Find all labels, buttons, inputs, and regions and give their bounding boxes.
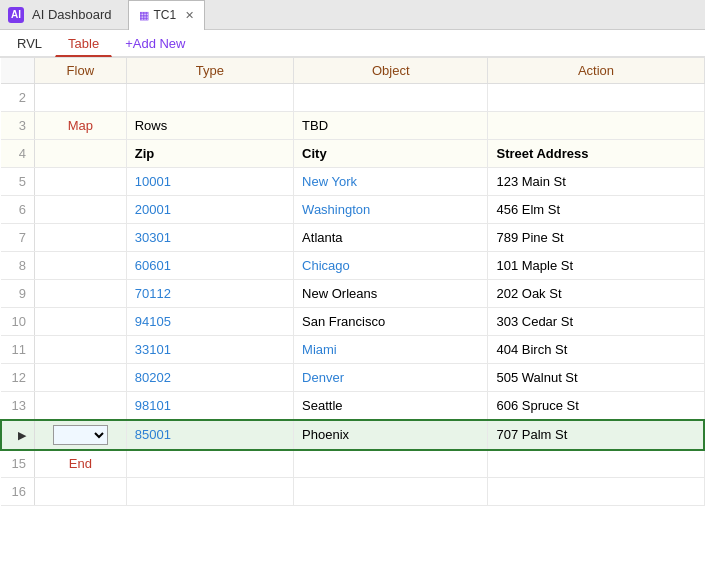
cell-object: City [294,140,488,168]
cell-action [488,478,704,506]
table-row: 3MapRowsTBD [1,112,704,140]
table-row: 730301Atlanta789 Pine St [1,224,704,252]
main-content: Flow Type Object Action 23MapRowsTBD4Zip… [0,58,705,570]
cell-type: 80202 [126,364,293,392]
row-number: 12 [1,364,34,392]
cell-flow [34,84,126,112]
cell-type [126,478,293,506]
row-number: 4 [1,140,34,168]
cell-type: Rows [126,112,293,140]
flow-dropdown[interactable] [53,425,108,445]
tab-table[interactable]: Table [55,29,112,57]
row-number: 6 [1,196,34,224]
col-header-flow: Flow [34,58,126,84]
table-row: 1280202Denver505 Walnut St [1,364,704,392]
cell-object: Phoenix [294,420,488,450]
table-row: 1133101Miami404 Birch St [1,336,704,364]
row-number: 13 [1,392,34,420]
row-number: 8 [1,252,34,280]
cell-action: Street Address [488,140,704,168]
app-icon: AI [8,7,24,23]
cell-object: Miami [294,336,488,364]
data-table: Flow Type Object Action 23MapRowsTBD4Zip… [0,58,705,506]
cell-object: Washington [294,196,488,224]
cell-type: 20001 [126,196,293,224]
cell-action [488,450,704,478]
row-number: 9 [1,280,34,308]
tab-close-button[interactable]: ✕ [185,9,194,22]
cell-action: 101 Maple St [488,252,704,280]
cell-type: 94105 [126,308,293,336]
row-number: 10 [1,308,34,336]
row-number: 11 [1,336,34,364]
cell-object: Chicago [294,252,488,280]
cell-flow [34,364,126,392]
cell-flow [34,252,126,280]
cell-object: New York [294,168,488,196]
cell-type: Zip [126,140,293,168]
col-header-rownum [1,58,34,84]
col-header-type: Type [126,58,293,84]
table-row: 15End [1,450,704,478]
cell-action: 404 Birch St [488,336,704,364]
table-row: 860601Chicago101 Maple St [1,252,704,280]
table-row: 510001New York123 Main St [1,168,704,196]
cell-type: 33101 [126,336,293,364]
toolbar-tabs: RVL Table +Add New [0,30,705,58]
cell-action: 707 Palm St [488,420,704,450]
cell-object: Seattle [294,392,488,420]
row-number: 5 [1,168,34,196]
cell-flow [34,224,126,252]
cell-flow [34,140,126,168]
cell-flow [34,420,126,450]
cell-flow [34,168,126,196]
table-row: ▶85001Phoenix707 Palm St [1,420,704,450]
cell-type: 60601 [126,252,293,280]
col-header-action: Action [488,58,704,84]
tab-add-new[interactable]: +Add New [112,29,198,57]
cell-type: 30301 [126,224,293,252]
tab-rvl[interactable]: RVL [4,29,55,57]
cell-object: New Orleans [294,280,488,308]
cell-object: San Francisco [294,308,488,336]
cell-flow: End [34,450,126,478]
cell-action: 456 Elm St [488,196,704,224]
cell-flow [34,196,126,224]
row-number: 7 [1,224,34,252]
cell-type: 98101 [126,392,293,420]
title-bar: AI AI Dashboard ▦ TC1 ✕ [0,0,705,30]
cell-object [294,84,488,112]
table-row: 2 [1,84,704,112]
tab-area: ▦ TC1 ✕ [128,0,206,30]
cell-flow [34,392,126,420]
cell-object: Denver [294,364,488,392]
cell-object: TBD [294,112,488,140]
table-row: 16 [1,478,704,506]
cell-action: 123 Main St [488,168,704,196]
cell-flow [34,336,126,364]
app-name: AI Dashboard [32,7,112,22]
table-row: 4ZipCityStreet Address [1,140,704,168]
cell-flow [34,308,126,336]
table-row: 1094105San Francisco303 Cedar St [1,308,704,336]
cell-flow: Map [34,112,126,140]
cell-action [488,112,704,140]
row-number: 16 [1,478,34,506]
cell-type [126,84,293,112]
cell-action: 789 Pine St [488,224,704,252]
cell-object [294,478,488,506]
cell-action: 303 Cedar St [488,308,704,336]
col-header-object: Object [294,58,488,84]
cell-action: 202 Oak St [488,280,704,308]
row-arrow: ▶ [18,429,26,441]
table-row: 1398101Seattle606 Spruce St [1,392,704,420]
cell-object: Atlanta [294,224,488,252]
row-number: 2 [1,84,34,112]
table-row: 620001Washington456 Elm St [1,196,704,224]
cell-object [294,450,488,478]
tab-icon: ▦ [139,9,149,22]
tc1-tab[interactable]: ▦ TC1 ✕ [128,0,206,30]
cell-action: 505 Walnut St [488,364,704,392]
cell-type: 85001 [126,420,293,450]
table-header-row: Flow Type Object Action [1,58,704,84]
